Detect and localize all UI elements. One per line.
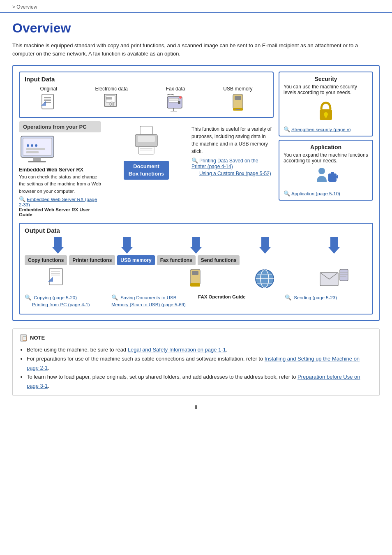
svg-rect-27 (33, 157, 41, 161)
copy-link2[interactable]: Printing from PC (page 4-1) (32, 302, 90, 307)
security-link-icon: 🔍 (284, 126, 290, 132)
breadcrumb: > Overview (0, 0, 392, 13)
electronic-label: Electronic data (95, 86, 128, 92)
application-link[interactable]: Application (page 5-10) (291, 191, 340, 196)
doc-box-desc: This function is useful for a variety of… (191, 125, 274, 155)
security-box: Security You can use the machine securit… (279, 72, 373, 136)
note-item-2: For preparations for use of the machine … (27, 354, 373, 372)
note-item-3: To learn how to load paper, place origin… (27, 372, 373, 391)
printer-icon (132, 125, 161, 158)
func-usb: USB memory (117, 255, 154, 265)
output-data-title: Output Data (25, 227, 367, 234)
svg-rect-34 (140, 126, 152, 134)
operations-pc-label: Operations from your PC (23, 124, 87, 130)
right-panel: Security You can use the machine securit… (279, 72, 373, 219)
original-label: Original (40, 86, 57, 92)
embedded-title: Embedded Web Server RX (19, 167, 101, 173)
app-icon (314, 166, 338, 187)
func-fax: Fax functions (157, 255, 196, 265)
doc-link2[interactable]: Using a Custom Box (page 5-52) (199, 171, 271, 176)
func-send: Send functions (198, 255, 240, 265)
doc-link1-icon: 🔍 (191, 157, 198, 164)
application-description: You can expand the machine functions acc… (284, 152, 368, 164)
svg-point-43 (318, 168, 325, 174)
svg-rect-28 (28, 161, 46, 162)
doc-link1[interactable]: Printing Data Saved on the Printer (page… (191, 158, 258, 169)
svg-point-31 (35, 144, 37, 147)
svg-rect-53 (192, 271, 198, 275)
function-badges-row: Copy functions Printer functions USB mem… (25, 255, 367, 265)
application-box: Application You can expand the machine f… (279, 140, 373, 201)
application-title: Application (284, 144, 368, 150)
doc-box-label: Document Box functions (124, 161, 169, 180)
svg-rect-22 (235, 96, 241, 100)
func-copy: Copy functions (25, 255, 67, 265)
note-icon: 📋 (19, 334, 28, 342)
arrow-fax (259, 237, 271, 254)
arrow-usb (190, 237, 202, 254)
usb-link-icon: 🔍 (111, 294, 118, 301)
embedded-link1[interactable]: Embedded Web Server RX (page 2-33) (19, 197, 97, 207)
operations-pc-box: Operations from your PC (19, 121, 101, 132)
note-2-suffix: . (48, 365, 49, 371)
embedded-link1-icon: 🔍 (19, 196, 25, 202)
note-3-prefix: To learn how to load paper, place origin… (27, 374, 297, 380)
output-link-send: 🔍 Sending (page 5-23) (285, 294, 367, 309)
usb-icon (229, 93, 247, 111)
send-link1[interactable]: Sending (page 5-23) (294, 295, 337, 300)
security-title: Security (284, 76, 368, 82)
arrows-row (25, 237, 367, 254)
svg-point-30 (31, 144, 33, 147)
note-1-prefix: Before using the machine, be sure to rea… (27, 347, 128, 353)
doc-box-section: Document Box functions (124, 161, 169, 180)
intro-paragraph: This machine is equipped standard with c… (12, 42, 380, 58)
send-link-icon: 🔍 (285, 294, 291, 301)
svg-point-29 (27, 144, 29, 147)
page-title: Overview (12, 21, 380, 36)
svg-rect-24 (235, 109, 240, 110)
note-3-suffix: . (48, 383, 49, 389)
svg-rect-45 (331, 172, 334, 174)
main-diagram: Input Data Original (12, 65, 380, 321)
application-link-icon: 🔍 (284, 190, 290, 197)
security-link[interactable]: Strengthen security (page v) (291, 127, 350, 132)
doc-box-info: This function is useful for a variety of… (191, 121, 274, 217)
arrow-send (328, 237, 340, 254)
note-title: NOTE (30, 335, 45, 341)
svg-rect-46 (337, 175, 338, 178)
usb-label: USB memory (223, 86, 252, 92)
input-items-row: Original Electr (25, 86, 268, 113)
output-link-copy: 🔍 Copying (page 5-20) Printing from PC (… (25, 294, 107, 309)
note-1-link[interactable]: Legal and Safety Information on page 1-1 (128, 347, 226, 353)
note-2-prefix: For preparations for use of the machine … (27, 356, 265, 362)
output-links-row: 🔍 Copying (page 5-20) Printing from PC (… (25, 294, 367, 309)
input-data-box: Input Data Original (19, 72, 274, 118)
embedded-link2: Embedded Web Server RX User Guide (19, 207, 101, 217)
note-section: 📋 NOTE Before using the machine, be sure… (12, 328, 380, 396)
output-link-usb: 🔍 Saving Documents to USB Memory (Scan t… (111, 294, 194, 309)
output-link-fax: FAX Operation Guide (198, 294, 281, 309)
output-icons-row (25, 268, 367, 290)
svg-rect-0 (42, 94, 53, 109)
pc-icon (19, 134, 64, 165)
usb-link1[interactable]: Saving Documents to USB Memory (Scan to … (111, 295, 186, 308)
lock-icon (316, 99, 336, 122)
svg-rect-47 (49, 268, 62, 285)
svg-rect-36 (138, 136, 155, 142)
input-item-original: Original (40, 86, 57, 113)
arrow-printer (121, 237, 133, 254)
copy-link1[interactable]: Copying (page 5-20) (34, 295, 77, 300)
note-1-suffix: . (226, 347, 228, 353)
svg-rect-54 (190, 283, 200, 287)
svg-point-12 (111, 103, 113, 105)
svg-rect-17 (178, 101, 180, 104)
fax-icon (166, 93, 184, 111)
svg-rect-33 (26, 151, 39, 153)
send-output-icon (318, 268, 349, 290)
svg-rect-7 (106, 96, 115, 102)
output-data-box: Output Data Copy functions Printer funct… (19, 223, 373, 314)
note-header: 📋 NOTE (19, 334, 373, 342)
usb-output-icon (184, 268, 207, 290)
operations-row: Operations from your PC (19, 121, 274, 217)
svg-rect-61 (340, 269, 348, 281)
